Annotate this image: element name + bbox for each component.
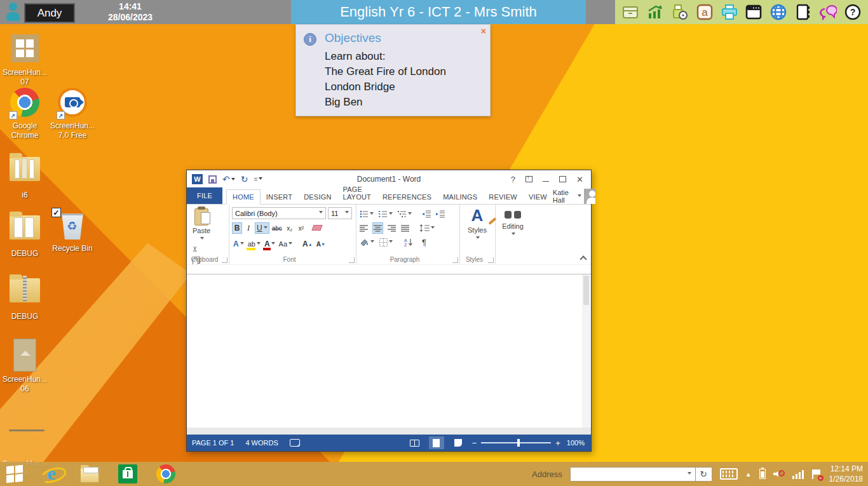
word-title-bar[interactable]: W ↶ ↻ = Document1 - Word ? ✕	[187, 170, 591, 188]
desktop-icon-screenhunter-07[interactable]: ScreenHun... 07	[1, 33, 49, 87]
start-button[interactable]	[6, 465, 23, 483]
undo-icon[interactable]: ↶	[222, 175, 235, 184]
zoom-slider[interactable]	[481, 442, 551, 443]
font-color-button[interactable]: A	[263, 238, 276, 250]
font-name-combobox[interactable]: Calibri (Body)	[232, 207, 326, 219]
usb-device-icon[interactable]	[670, 3, 689, 22]
network-signal-icon[interactable]	[792, 469, 804, 479]
bold-button[interactable]: B	[232, 222, 242, 234]
touch-keyboard-icon[interactable]	[720, 468, 738, 480]
chat-bubbles-icon[interactable]	[818, 3, 837, 22]
editing-button[interactable]: Editing	[498, 208, 527, 238]
desktop-icon-screenhunter-06[interactable]: ScreenHun... 06	[1, 339, 49, 394]
sort-button[interactable]: AZ	[403, 236, 414, 248]
taskbar-clock[interactable]: 12:14 PM 1/26/2018	[829, 464, 863, 484]
document-area[interactable]	[187, 264, 591, 435]
align-left-button[interactable]	[359, 222, 369, 234]
vertical-scrollbar[interactable]	[582, 274, 590, 428]
read-mode-button[interactable]	[407, 436, 423, 449]
globe-icon[interactable]	[769, 3, 788, 22]
text-effects-button[interactable]: A	[232, 238, 245, 250]
increase-indent-button[interactable]	[435, 208, 445, 220]
word-logo-icon[interactable]: W	[192, 174, 203, 184]
desktop-icon-debug-zip[interactable]: DEBUG	[1, 274, 49, 321]
tab-insert[interactable]: INSERT	[261, 190, 298, 204]
cut-button[interactable]: ✂	[189, 245, 201, 253]
tab-review[interactable]: REVIEW	[483, 190, 523, 204]
volume-muted-icon[interactable]	[773, 469, 785, 479]
dialog-launcher-icon[interactable]	[222, 257, 227, 263]
minimize-button[interactable]	[543, 181, 549, 182]
tab-mailings[interactable]: MAILINGS	[437, 190, 483, 204]
customize-qat-icon[interactable]: =	[254, 176, 262, 183]
account-menu[interactable]: Katie Hall	[553, 189, 598, 204]
address-dropdown-icon[interactable]	[688, 472, 691, 476]
desktop-icon-screenhunter-7-free[interactable]: ↗ ScreenHun... 7.0 Free	[48, 86, 97, 140]
app-window-icon[interactable]	[744, 3, 763, 22]
line-spacing-button[interactable]	[419, 222, 435, 234]
help-button[interactable]: ?	[511, 175, 515, 184]
dialog-launcher-icon[interactable]	[488, 257, 494, 263]
clear-formatting-button[interactable]	[308, 224, 322, 232]
tray-box-icon[interactable]	[621, 3, 640, 22]
show-hide-marks-button[interactable]: ¶	[421, 236, 427, 248]
italic-button[interactable]: I	[243, 222, 254, 234]
desktop-icon-google-chrome[interactable]: ↗ Google Chrome	[1, 86, 49, 140]
chart-stats-icon[interactable]	[646, 3, 665, 22]
tab-references[interactable]: REFERENCES	[377, 190, 437, 204]
amazon-a-icon[interactable]: a	[695, 3, 714, 22]
word-count[interactable]: 4 WORDS	[245, 439, 278, 447]
subscript-button[interactable]: x₂	[285, 222, 295, 234]
page-indicator[interactable]: PAGE 1 OF 1	[192, 439, 234, 447]
paste-button[interactable]: Paste	[189, 207, 214, 242]
highlight-button[interactable]: ab	[247, 238, 262, 250]
align-right-button[interactable]	[387, 222, 397, 234]
chrome-taskbar-icon[interactable]	[156, 464, 175, 483]
superscript-button[interactable]: x²	[296, 222, 306, 234]
internet-explorer-icon[interactable]: e	[42, 464, 61, 483]
scrollbar-thumb[interactable]	[583, 276, 589, 305]
windows-store-icon[interactable]	[118, 464, 137, 483]
redo-icon[interactable]: ↻	[241, 175, 248, 184]
desktop-icon-recycle-bin[interactable]: ✓ ♻ Recycle Bin	[48, 209, 97, 253]
action-center-flag-icon[interactable]: ×	[811, 469, 822, 480]
checkbox-icon[interactable]: ✓	[51, 208, 61, 217]
printer-icon[interactable]	[720, 3, 739, 22]
battery-icon[interactable]	[759, 469, 766, 479]
show-hidden-icons[interactable]: ▲	[745, 471, 752, 478]
tab-home[interactable]: HOME	[226, 189, 261, 205]
ribbon-display-options-button[interactable]	[526, 176, 532, 182]
strikethrough-button[interactable]: abc	[271, 222, 283, 234]
web-layout-button[interactable]	[451, 436, 466, 449]
shading-button[interactable]	[359, 236, 375, 248]
borders-button[interactable]	[379, 236, 393, 248]
desktop-icon-i6[interactable]: i6	[1, 153, 49, 200]
save-icon[interactable]	[208, 175, 217, 184]
collapse-ribbon-icon[interactable]	[580, 255, 587, 262]
tab-design[interactable]: DESIGN	[298, 190, 337, 204]
justify-button[interactable]	[400, 222, 410, 234]
bullets-button[interactable]	[359, 208, 374, 220]
zoom-level[interactable]: 100%	[567, 439, 585, 447]
numbering-button[interactable]	[378, 208, 393, 220]
underline-button[interactable]: U	[255, 222, 269, 234]
proofing-icon[interactable]	[290, 439, 300, 447]
align-center-button[interactable]	[372, 222, 383, 234]
shrink-font-button[interactable]: A▼	[315, 238, 327, 250]
decrease-indent-button[interactable]	[421, 208, 431, 220]
grow-font-button[interactable]: A▲	[301, 238, 314, 250]
zoom-out-button[interactable]: −	[472, 438, 477, 448]
multilevel-list-button[interactable]	[397, 208, 412, 220]
font-size-combobox[interactable]: 11	[328, 207, 352, 219]
zoom-in-button[interactable]: +	[555, 438, 560, 448]
tab-page-layout[interactable]: PAGE LAYOUT	[337, 182, 377, 204]
objectives-close-button[interactable]: ×	[481, 26, 486, 36]
tab-view[interactable]: VIEW	[523, 190, 553, 204]
tab-file[interactable]: FILE	[187, 187, 222, 204]
refresh-button[interactable]: ↻	[696, 467, 712, 482]
dialog-launcher-icon[interactable]	[349, 257, 355, 263]
close-button[interactable]: ✕	[576, 175, 583, 184]
user-avatar[interactable]	[584, 189, 595, 204]
styles-button[interactable]: A Styles	[463, 207, 492, 241]
dialog-launcher-icon[interactable]	[452, 257, 458, 263]
